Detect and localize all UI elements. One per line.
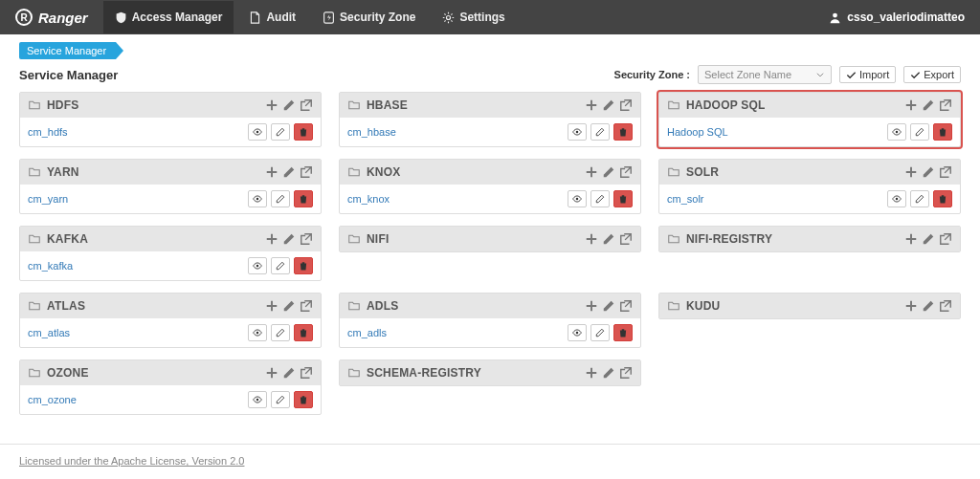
edit-button[interactable] — [271, 257, 290, 274]
add-service-button[interactable] — [904, 165, 918, 179]
edit-service-type-button[interactable] — [922, 232, 935, 246]
add-service-button[interactable] — [585, 366, 598, 380]
open-external-button[interactable] — [300, 98, 313, 112]
open-external-button[interactable] — [939, 299, 952, 313]
add-service-button[interactable] — [265, 165, 278, 179]
delete-button[interactable] — [294, 324, 313, 341]
card-header-actions — [904, 232, 952, 246]
open-external-button[interactable] — [619, 98, 633, 112]
breadcrumb[interactable]: Service Manager — [19, 42, 116, 59]
delete-button[interactable] — [613, 190, 633, 207]
add-service-button[interactable] — [904, 98, 918, 112]
delete-button[interactable] — [933, 190, 952, 207]
open-external-button[interactable] — [619, 366, 633, 380]
service-link[interactable]: cm_ozone — [28, 394, 77, 405]
edit-service-type-button[interactable] — [602, 366, 615, 380]
edit-service-type-button[interactable] — [282, 98, 296, 112]
service-link[interactable]: cm_adls — [347, 327, 387, 338]
service-link[interactable]: cm_hdfs — [28, 126, 68, 138]
view-button[interactable] — [887, 123, 906, 141]
service-link[interactable]: Hadoop SQL — [667, 126, 728, 138]
nav-audit[interactable]: Audit — [237, 1, 307, 33]
view-button[interactable] — [248, 190, 267, 207]
view-button[interactable] — [248, 257, 267, 274]
view-button[interactable] — [568, 123, 587, 141]
add-service-button[interactable] — [585, 232, 598, 246]
edit-service-type-button[interactable] — [282, 366, 296, 380]
add-service-button[interactable] — [585, 98, 598, 112]
add-service-button[interactable] — [265, 366, 278, 380]
edit-button[interactable] — [271, 324, 290, 341]
card-body: cm_hbase — [340, 118, 640, 146]
edit-button[interactable] — [910, 123, 929, 141]
user-menu[interactable]: csso_valeriodimatteo — [829, 11, 965, 24]
card-title: HDFS — [47, 98, 259, 112]
nav-settings[interactable]: Settings — [431, 1, 516, 33]
add-service-button[interactable] — [585, 299, 598, 313]
nav-access-manager[interactable]: Access Manager — [103, 1, 234, 33]
add-service-button[interactable] — [265, 232, 278, 246]
edit-button[interactable] — [590, 324, 610, 341]
open-external-button[interactable] — [619, 299, 633, 313]
open-external-button[interactable] — [300, 299, 313, 313]
brand[interactable]: R Ranger — [15, 9, 88, 26]
edit-service-type-button[interactable] — [602, 165, 615, 179]
open-external-button[interactable] — [619, 165, 633, 179]
open-external-button[interactable] — [300, 165, 313, 179]
export-button[interactable]: Export — [903, 66, 961, 83]
edit-service-type-button[interactable] — [602, 98, 615, 112]
open-external-button[interactable] — [619, 232, 633, 246]
edit-service-type-button[interactable] — [282, 165, 296, 179]
open-external-button[interactable] — [939, 165, 952, 179]
open-external-button[interactable] — [300, 232, 313, 246]
open-external-button[interactable] — [939, 98, 952, 112]
add-service-button[interactable] — [265, 98, 278, 112]
edit-service-type-button[interactable] — [922, 98, 935, 112]
zone-select[interactable]: Select Zone Name — [698, 65, 832, 84]
edit-service-type-button[interactable] — [282, 299, 296, 313]
view-button[interactable] — [568, 190, 587, 207]
license-link[interactable]: Licensed under the Apache License, Versi… — [19, 455, 244, 467]
edit-button[interactable] — [271, 190, 290, 207]
service-link[interactable]: cm_hbase — [347, 126, 396, 138]
service-link[interactable]: cm_solr — [667, 193, 704, 205]
import-button[interactable]: Import — [839, 66, 896, 83]
delete-button[interactable] — [933, 123, 952, 141]
service-row-actions — [887, 190, 952, 207]
service-link[interactable]: cm_yarn — [28, 193, 68, 205]
delete-button[interactable] — [294, 123, 313, 141]
edit-service-type-button[interactable] — [922, 165, 935, 179]
add-service-button[interactable] — [904, 232, 918, 246]
edit-button[interactable] — [910, 190, 929, 207]
service-card: SOLRcm_solr — [658, 159, 961, 214]
view-button[interactable] — [568, 324, 587, 341]
edit-service-type-button[interactable] — [602, 232, 615, 246]
service-link[interactable]: cm_kafka — [28, 260, 73, 272]
service-link[interactable]: cm_knox — [347, 193, 390, 205]
edit-button[interactable] — [271, 391, 290, 408]
open-external-button[interactable] — [939, 232, 952, 246]
add-service-button[interactable] — [904, 299, 918, 313]
user-icon — [829, 11, 841, 24]
edit-service-type-button[interactable] — [282, 232, 296, 246]
view-button[interactable] — [248, 391, 267, 408]
add-service-button[interactable] — [585, 165, 598, 179]
view-button[interactable] — [248, 123, 267, 141]
delete-button[interactable] — [294, 190, 313, 207]
delete-button[interactable] — [613, 324, 633, 341]
nav-security-zone[interactable]: Security Zone — [311, 1, 427, 33]
edit-service-type-button[interactable] — [602, 299, 615, 313]
edit-button[interactable] — [590, 123, 610, 141]
view-button[interactable] — [887, 190, 906, 207]
edit-service-type-button[interactable] — [922, 299, 935, 313]
add-service-button[interactable] — [265, 299, 278, 313]
delete-button[interactable] — [294, 257, 313, 274]
edit-button[interactable] — [590, 190, 610, 207]
edit-button[interactable] — [271, 123, 290, 141]
delete-button[interactable] — [613, 123, 633, 141]
service-row-actions — [248, 190, 313, 207]
view-button[interactable] — [248, 324, 267, 341]
open-external-button[interactable] — [300, 366, 313, 380]
delete-button[interactable] — [294, 391, 313, 408]
service-link[interactable]: cm_atlas — [28, 327, 70, 338]
